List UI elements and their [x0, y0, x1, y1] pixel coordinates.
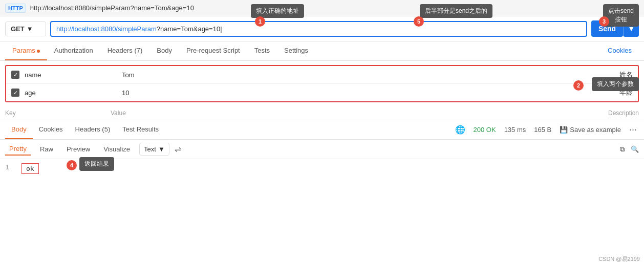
tab-settings[interactable]: Settings — [277, 41, 315, 60]
param-row-name: name Tom 姓名 — [6, 66, 638, 84]
request-tabs: Params Authorization Headers (7) Body Pr… — [0, 41, 644, 61]
param-checkbox-age[interactable] — [11, 89, 19, 97]
save-icon: 💾 — [560, 126, 568, 134]
more-options-button[interactable]: ··· — [629, 124, 637, 135]
method-chevron: ▼ — [27, 25, 33, 33]
footer-desc-label: Description — [577, 109, 639, 117]
copy-icon[interactable]: ⧉ — [620, 145, 625, 153]
param-checkbox-name[interactable] — [11, 71, 19, 79]
annotation-box-5: 后半部分是send之后的 — [420, 4, 492, 18]
annotation-box-2: 填入两个参数 — [592, 77, 639, 91]
response-body-content: 1 ok 4 返回结果 — [0, 159, 644, 178]
tab-cookies[interactable]: Cookies — [600, 41, 639, 60]
annotation-circle-1: 1 — [255, 16, 265, 27]
view-tab-raw[interactable]: Raw — [36, 143, 57, 155]
response-tab-headers[interactable]: Headers (5) — [69, 120, 117, 139]
response-tab-testresults[interactable]: Test Results — [116, 120, 165, 139]
save-example-button[interactable]: 💾 Save as example — [560, 126, 621, 134]
response-tab-cookies[interactable]: Cookies — [33, 120, 69, 139]
params-section-wrapper: name Tom 姓名 age 10 年龄 Key Value Descript… — [0, 65, 644, 120]
save-example-label: Save as example — [570, 126, 621, 134]
footer-key-label: Key — [5, 109, 105, 117]
param-key-name: name — [25, 71, 117, 79]
view-tab-pretty[interactable]: Pretty — [5, 143, 31, 156]
method-selector[interactable]: GET ▼ — [5, 21, 46, 36]
param-row-age: age 10 年龄 — [6, 84, 638, 101]
line-number-1: 1 — [5, 163, 13, 171]
annotation-circle-3: 3 — [599, 16, 609, 27]
tab-body[interactable]: Body — [149, 41, 179, 60]
annotation-box-1: 填入正确的地址 — [251, 4, 304, 18]
wrap-icon[interactable]: ⇌ — [175, 144, 181, 154]
params-dot — [37, 50, 40, 53]
param-value-name: Tom — [122, 71, 566, 79]
param-footer: Key Value Description — [0, 106, 644, 120]
tab-params[interactable]: Params — [5, 41, 47, 60]
response-section: Body Cookies Headers (5) Test Results 🌐 … — [0, 120, 644, 178]
view-tab-visualize[interactable]: Visualize — [99, 143, 134, 155]
annotation-circle-4: 4 — [67, 160, 77, 170]
request-bar: GET ▼ http://localhost:8080/simpleParam … — [0, 16, 644, 41]
search-response-icon[interactable]: 🔍 — [631, 145, 639, 153]
tab-tests[interactable]: Tests — [247, 41, 277, 60]
http-badge: HTTP — [5, 4, 26, 13]
url-blue-part: http://localhost:8080/simpleParam — [56, 25, 157, 33]
top-url-display: http://localhost:8080/simpleParam?name=T… — [30, 4, 612, 12]
params-table: name Tom 姓名 age 10 年龄 — [5, 65, 639, 102]
response-body-bar: Pretty Raw Preview Visualize Text ▼ ⇌ ⧉ … — [0, 140, 644, 159]
footer-value-label: Value — [111, 109, 572, 117]
annotation-circle-2: 2 — [573, 80, 584, 91]
tab-headers[interactable]: Headers (7) — [100, 41, 150, 60]
param-key-age: age — [25, 89, 117, 97]
status-time: 135 ms — [504, 126, 526, 134]
param-value-age: 10 — [122, 89, 566, 97]
method-label: GET — [11, 25, 25, 33]
response-icons: ⧉ 🔍 — [620, 145, 639, 153]
annotation-box-4: 返回结果 — [79, 157, 114, 171]
url-input-wrapper[interactable]: http://localhost:8080/simpleParam ?name=… — [50, 21, 587, 37]
tab-prerequest[interactable]: Pre-request Script — [179, 41, 247, 60]
format-chevron: ▼ — [158, 145, 165, 153]
globe-icon: 🌐 — [455, 125, 465, 135]
format-label: Text — [144, 145, 156, 153]
status-size: 165 B — [534, 126, 551, 134]
annotation-circle-5: 5 — [414, 16, 424, 27]
status-ok: 200 OK — [474, 126, 496, 134]
response-status-bar: 🌐 200 OK 135 ms 165 B 💾 Save as example … — [455, 124, 639, 135]
url-rest-part: ?name=Tom&age=10| — [157, 25, 222, 33]
tab-authorization[interactable]: Authorization — [47, 41, 100, 60]
response-tabs-row: Body Cookies Headers (5) Test Results 🌐 … — [0, 120, 644, 140]
watermark: CSDN @易2199 — [598, 255, 640, 263]
view-tab-preview[interactable]: Preview — [62, 143, 94, 155]
format-selector[interactable]: Text ▼ — [139, 143, 169, 156]
response-tab-body[interactable]: Body — [5, 120, 33, 139]
response-ok-value: ok — [22, 163, 39, 174]
top-bar: HTTP http://localhost:8080/simpleParam?n… — [0, 0, 644, 16]
